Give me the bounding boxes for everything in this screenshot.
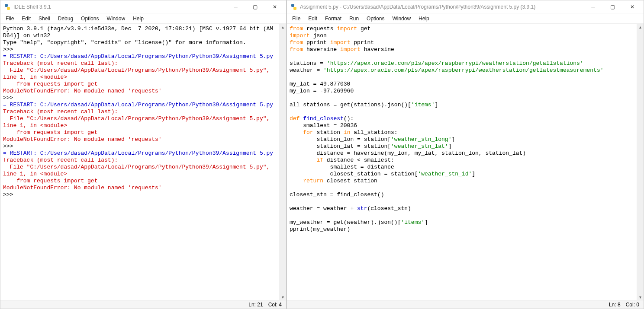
editor-menubar: File Edit Format Run Options Window Help xyxy=(287,13,644,24)
shell-traceback-line: ModuleNotFoundError: No module named 're… xyxy=(3,185,162,191)
code-token: ] xyxy=(472,171,475,177)
menu-edit[interactable]: Edit xyxy=(305,14,321,23)
scroll-up-icon[interactable]: ▴ xyxy=(279,24,286,30)
shell-traceback-line: File "C:/Users/dasad/AppData/Local/Progr… xyxy=(3,115,270,122)
code-token: from xyxy=(290,25,303,32)
shell-traceback-line: Traceback (most recent call last): xyxy=(3,108,118,115)
close-button[interactable]: ✕ xyxy=(265,1,284,13)
code-token: ] xyxy=(425,219,428,226)
shell-traceback-line: line 1, in <module> xyxy=(3,122,67,129)
menu-run[interactable]: Run xyxy=(346,14,362,23)
shell-prompt: >>> xyxy=(3,95,16,101)
shell-prompt: >>> xyxy=(3,143,16,150)
code-token: (closest_stn) xyxy=(367,205,411,212)
menu-options[interactable]: Options xyxy=(77,14,102,23)
menu-options[interactable]: Options xyxy=(363,14,388,23)
menu-debug[interactable]: Debug xyxy=(55,14,77,23)
shell-status-ln: Ln: 21 xyxy=(248,302,263,308)
code-token xyxy=(290,178,303,184)
code-token: all_stations = get(stations).json()[ xyxy=(290,102,411,108)
close-button[interactable]: ✕ xyxy=(622,1,642,13)
editor-code-area[interactable]: from requests import get import json fro… xyxy=(287,24,644,300)
editor-scrollbar[interactable]: ▴ ▾ xyxy=(637,24,644,300)
shell-traceback-line: from requests import get xyxy=(3,178,97,184)
code-token: haversine xyxy=(364,46,394,53)
code-token: my_weather = get(weather).json()[ xyxy=(290,219,401,226)
shell-window-controls: ─ ▢ ✕ xyxy=(226,1,284,13)
code-token: haversine xyxy=(306,46,337,53)
code-token xyxy=(290,157,316,163)
menu-window[interactable]: Window xyxy=(389,14,414,23)
shell-output[interactable]: Python 3.9.1 (tags/v3.9.1:1e5d33e, Dec 7… xyxy=(0,24,286,300)
idle-shell-window: IDLE Shell 3.9.1 ─ ▢ ✕ File Edit Shell D… xyxy=(0,0,287,309)
menu-window[interactable]: Window xyxy=(103,14,129,23)
svg-rect-1 xyxy=(7,7,10,10)
minimize-button[interactable]: ─ xyxy=(583,1,603,13)
shell-titlebar[interactable]: IDLE Shell 3.9.1 ─ ▢ ✕ xyxy=(0,0,286,13)
menu-help[interactable]: Help xyxy=(415,14,433,23)
shell-traceback-line: line 1, in <module> xyxy=(3,74,67,80)
code-token xyxy=(290,129,303,136)
minimize-button[interactable]: ─ xyxy=(226,1,245,13)
shell-traceback-line: from requests import get xyxy=(3,81,97,87)
code-token: from xyxy=(290,46,303,53)
code-token: json xyxy=(313,32,327,39)
code-token: closest_station xyxy=(323,178,377,184)
menu-edit[interactable]: Edit xyxy=(18,14,34,23)
code-token: import xyxy=(330,39,351,46)
editor-title: Assignment 5.py - C:/Users/dasad/AppData… xyxy=(300,4,583,10)
python-icon xyxy=(4,3,11,10)
code-token: closest_stn = find_closest() xyxy=(290,191,384,198)
code-token: 'items' xyxy=(411,102,435,108)
shell-restart-line: = RESTART: C:/Users/dasad/AppData/Local/… xyxy=(3,150,273,156)
shell-line: Python 3.9.1 (tags/v3.9.1:1e5d33e, Dec 7… xyxy=(3,25,273,32)
editor-window-controls: ─ ▢ ✕ xyxy=(583,1,642,13)
code-token: import xyxy=(290,32,310,39)
code-token: my_lat = 49.877030 xyxy=(290,81,350,87)
code-token: (): xyxy=(344,115,354,122)
code-token: ] xyxy=(448,143,452,150)
scroll-down-icon[interactable]: ▾ xyxy=(637,294,644,300)
code-token: my_lon = -97.269960 xyxy=(290,88,354,94)
editor-status-col: Col: 0 xyxy=(626,302,639,308)
code-token: requests xyxy=(306,25,333,32)
svg-rect-3 xyxy=(293,7,296,10)
menu-file[interactable]: File xyxy=(2,14,17,23)
menu-format[interactable]: Format xyxy=(322,14,345,23)
menu-file[interactable]: File xyxy=(289,14,304,23)
code-token: weather = weather + xyxy=(290,205,357,212)
code-token: import xyxy=(340,46,361,53)
shell-traceback-line: ModuleNotFoundError: No module named 're… xyxy=(3,88,162,94)
maximize-button[interactable]: ▢ xyxy=(245,1,265,13)
editor-titlebar[interactable]: Assignment 5.py - C:/Users/dasad/AppData… xyxy=(287,0,644,13)
menu-help[interactable]: Help xyxy=(129,14,147,23)
code-token: stations = xyxy=(290,60,327,67)
scroll-down-icon[interactable]: ▾ xyxy=(279,294,286,300)
code-token: ] xyxy=(451,136,455,143)
svg-rect-0 xyxy=(5,4,8,7)
python-icon xyxy=(290,3,297,10)
code-token: in xyxy=(344,129,351,136)
code-token: for xyxy=(303,129,313,136)
code-token: 'https://apex.oracle.com/pls/apex/raspbe… xyxy=(327,60,583,67)
code-token: 'weather_stn_long' xyxy=(391,136,451,143)
code-token: 'weather_stn_lat' xyxy=(391,143,448,150)
code-token: def xyxy=(290,115,299,122)
code-token: station xyxy=(313,129,344,136)
code-token: distance = haversine(my_lon, my_lat, sta… xyxy=(290,150,526,156)
shell-line: D64)] on win32 xyxy=(3,32,50,39)
shell-line: Type "help", "copyright", "credits" or "… xyxy=(3,39,246,46)
shell-scrollbar[interactable]: ▴ ▾ xyxy=(279,24,286,300)
editor-status-ln: Ln: 8 xyxy=(609,302,621,308)
code-token: pprint xyxy=(306,39,327,46)
code-token: all_stations: xyxy=(350,129,397,136)
shell-traceback-line: Traceback (most recent call last): xyxy=(3,157,118,163)
menu-shell[interactable]: Shell xyxy=(35,14,54,23)
scroll-up-icon[interactable]: ▴ xyxy=(637,24,644,30)
maximize-button[interactable]: ▢ xyxy=(603,1,622,13)
shell-status-col: Col: 4 xyxy=(268,302,282,308)
code-token: str xyxy=(357,205,367,212)
idle-editor-window: Assignment 5.py - C:/Users/dasad/AppData… xyxy=(287,0,644,309)
code-token: closest_station = station[ xyxy=(290,171,418,177)
shell-traceback-line: from requests import get xyxy=(3,129,97,136)
